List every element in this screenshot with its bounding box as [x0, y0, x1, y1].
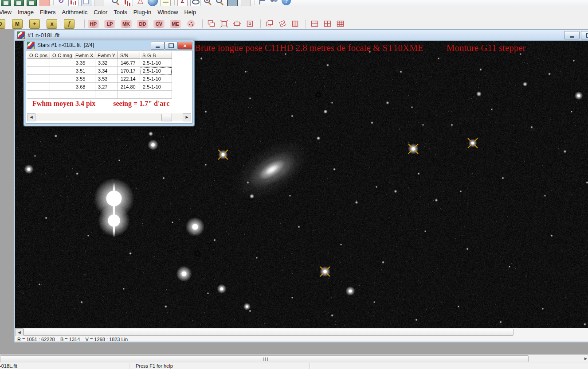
workspace-scroll-thumb[interactable] [0, 355, 529, 362]
table-cell[interactable] [118, 91, 140, 99]
scroll-right-icon[interactable]: ▶ [183, 113, 191, 121]
close-image-icon[interactable] [39, 0, 50, 6]
table-grid-icon[interactable] [335, 19, 345, 29]
minimize-button[interactable] [564, 31, 580, 39]
dialog-close-button[interactable]: ✕ [177, 42, 192, 50]
table-cell[interactable]: 3.32 [95, 59, 118, 67]
select-resize-icon[interactable] [231, 19, 242, 29]
save-icon[interactable] [27, 0, 37, 6]
paste-icon[interactable] [94, 0, 104, 6]
menu-arithmetic[interactable]: Arithmetic [59, 7, 90, 17]
table-cell[interactable] [140, 91, 172, 99]
dotted-circle-icon[interactable] [186, 19, 197, 29]
image-window-titlebar[interactable]: #1 n-018L.fit [15, 30, 588, 41]
convolve-button[interactable]: CV [153, 20, 165, 28]
dark-frame-button[interactable]: D [0, 19, 5, 29]
table-cell[interactable]: 2.5-1-10 [140, 59, 172, 67]
table-cell[interactable] [50, 67, 73, 75]
column-header-s-g-b[interactable]: S-G-B [140, 51, 172, 59]
table-cell[interactable]: 2.5-1-10 [140, 67, 172, 75]
table-cell[interactable] [95, 91, 118, 99]
blank-icon[interactable] [241, 0, 251, 6]
table-cell[interactable] [27, 75, 50, 83]
table-cell[interactable]: 214.80 [118, 83, 140, 91]
zoom-in-icon[interactable]: + [203, 0, 212, 5]
table-cell[interactable] [27, 91, 50, 99]
monitor-icon[interactable] [227, 0, 238, 7]
eye-icon[interactable] [190, 0, 200, 6]
menu-view[interactable]: View [0, 7, 15, 17]
table-cross-icon[interactable] [322, 19, 333, 29]
table-cell[interactable] [50, 75, 73, 83]
table-cell[interactable] [27, 67, 50, 75]
zoom-out-icon[interactable]: − [215, 0, 224, 5]
stars-dialog-titlebar[interactable]: Stars #1 n-018L.fit [2/4] ✕ [24, 40, 194, 50]
scroll-right-icon[interactable]: ▶ [584, 357, 587, 361]
column-header-o-c-pos[interactable]: O-C pos [27, 51, 50, 59]
histogram-icon[interactable] [123, 0, 133, 6]
window-check-icon[interactable] [277, 19, 287, 29]
flag-icon[interactable] [258, 0, 267, 5]
help-icon[interactable]: ? [282, 0, 291, 5]
mask-button[interactable]: MK [121, 20, 132, 28]
function-button[interactable]: f [64, 19, 74, 29]
window-duplicate-icon[interactable] [264, 19, 274, 29]
table-cell[interactable] [27, 83, 50, 91]
menu-window[interactable]: Window [154, 7, 181, 17]
table-cell[interactable]: 146.77 [118, 59, 140, 67]
ddp-button[interactable]: DD [137, 20, 148, 28]
select-star-icon[interactable] [219, 19, 229, 29]
save-icon[interactable] [1, 0, 11, 6]
column-header-o-c-mag[interactable]: O-C mag [50, 51, 73, 59]
image-hscrollbar[interactable]: ◀ [15, 328, 588, 336]
refresh-icon[interactable]: ↻ [56, 0, 66, 5]
menu-filters[interactable]: Filters [37, 7, 59, 17]
stats-icon[interactable] [68, 0, 78, 6]
table-cell[interactable] [73, 91, 95, 99]
table-cell[interactable] [50, 91, 73, 99]
workspace-hscrollbar[interactable]: ▶ [0, 354, 588, 362]
table-cell[interactable]: 3.68 [73, 83, 95, 91]
menu-help[interactable]: Help [181, 7, 199, 17]
table-cell[interactable] [27, 59, 50, 67]
column-header-fwhm-y[interactable]: Fwhm Y [95, 51, 118, 59]
table-cell[interactable]: 3.51 [73, 67, 95, 75]
table-cell[interactable]: 2.5-1-10 [140, 75, 172, 83]
dialog-hscrollbar[interactable]: ◀ ▶ [27, 113, 191, 121]
table-cell[interactable]: 3.34 [95, 67, 118, 75]
copy-icon[interactable] [81, 0, 91, 6]
menu-image[interactable]: Image [15, 7, 37, 17]
hscroll-thumb[interactable] [24, 329, 514, 336]
column-header-fwhm-x[interactable]: Fwhm X [73, 51, 95, 59]
scroll-left-icon[interactable]: ◀ [15, 328, 24, 336]
table-cell[interactable] [50, 59, 73, 67]
notes-icon[interactable] [161, 0, 171, 6]
table-cell[interactable]: 3.35 [73, 59, 95, 67]
table-dotted-icon[interactable] [309, 19, 320, 29]
median-button[interactable]: ME [170, 20, 181, 28]
dialog-minimize-button[interactable] [151, 42, 165, 50]
save-icon[interactable] [14, 0, 24, 6]
users-icon[interactable] [270, 0, 279, 5]
select-center-icon[interactable] [244, 19, 255, 29]
menu-plugin[interactable]: Plug-in [130, 7, 154, 17]
menu-tools[interactable]: Tools [110, 7, 130, 17]
restore-button[interactable] [581, 31, 588, 39]
table-cell[interactable]: 3.27 [95, 83, 118, 91]
search-icon[interactable] [111, 0, 120, 5]
menu-color[interactable]: Color [90, 7, 110, 17]
multiply-button[interactable]: x [47, 19, 57, 29]
add-button[interactable]: + [29, 19, 40, 29]
dialog-scroll-track[interactable] [35, 114, 183, 121]
flat-frame-button[interactable]: M [12, 19, 23, 29]
sigma-icon[interactable]: Σ [177, 0, 188, 6]
table-cell[interactable]: 122.14 [118, 75, 140, 83]
table-cell[interactable] [50, 83, 73, 91]
dialog-restore-button[interactable] [165, 42, 177, 50]
triangle-icon[interactable]: △ [136, 0, 145, 5]
table-cell[interactable]: 170.17 [118, 67, 140, 75]
table-cell[interactable]: 3.55 [73, 75, 95, 83]
split-columns-icon[interactable] [290, 19, 300, 29]
table-cell[interactable]: 3.53 [95, 75, 118, 83]
dialog-scroll-thumb[interactable] [161, 114, 172, 121]
